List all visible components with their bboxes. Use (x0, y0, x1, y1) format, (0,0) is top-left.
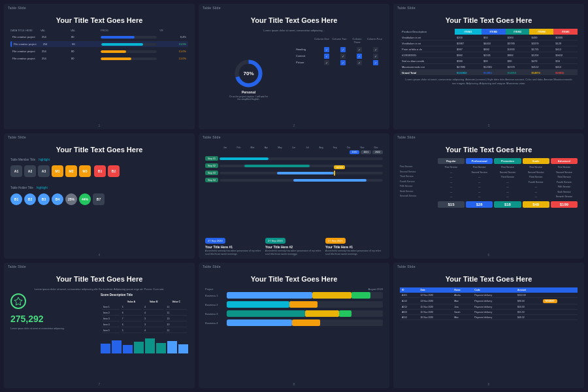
slide-9-num: 9 (488, 382, 490, 386)
slide-2-table: Column One Column Two Column Three Colum… (296, 35, 383, 125)
slide-1-content: DATA TITLE HERE VAL VAL PROG YR File cre… (10, 29, 188, 125)
mini-bar-chart (101, 337, 188, 353)
table-row: #130193931$982$2101$982$1250$9412 (400, 52, 578, 58)
table-row: Maunicommodo est$47890$12301$2378$4512$4… (400, 64, 578, 70)
slide-2-num: 2 (293, 123, 295, 127)
slide-8: Table Slide Your Title Text Goes Here Pr… (199, 263, 389, 388)
slide-1-header: DATA TITLE HERE VAL VAL PROG YR (10, 29, 188, 32)
plan-promotion: Promotion (494, 158, 521, 164)
slide-9: Table Slide Your Title Text Goes Here ID… (393, 263, 584, 388)
slide-6-content: Regular Professional Promotion Smile Adv… (400, 158, 578, 255)
slide-8-content: Business 1 Step 1 A wonderful serenity h… (205, 292, 383, 384)
slide-8-num: 8 (293, 382, 295, 386)
slide-7-desc: Lorem ipsum dolor sit amet, consectetur … (35, 287, 165, 291)
price-regular: $15 (438, 201, 465, 208)
slide-6-num: 6 (488, 253, 490, 257)
table-row: File creative project 254 80 11.5% (10, 41, 188, 47)
slide-7-content: 275,292 Lorem ipsum dolor sit amet et co… (10, 293, 188, 384)
node-a3: A3 (38, 165, 50, 177)
slide-4-title: Your Title Text Goes Here (56, 145, 143, 154)
score-table: Value A Value B Value C Item 15411 Item … (101, 299, 188, 335)
table-row: Content ✓ ✓ ✓ ✓ (296, 54, 383, 59)
price-smile: $49 (523, 201, 549, 208)
slide-7-right: Score Description Title Value A Value B … (101, 293, 188, 384)
slide-4-content: Table Member Title highlight A1 A2 A3 M1… (10, 158, 188, 255)
table-row: Item 37313 (102, 317, 187, 321)
gantt-header: JanFeb MarApr MayJun JulAug SepOct NovDe… (205, 146, 383, 149)
plan-regular: Regular (438, 158, 465, 164)
slide-2-donut-area: 70% Personal Or as the project caption. … (205, 35, 292, 125)
plan-advanced: Advanced (551, 158, 578, 164)
donut-title: Personal (242, 90, 255, 94)
slide-3-desc: Lorem ipsum dolor sit amet, consectetur … (404, 78, 573, 85)
table-row: Heading ✓ ✓ ✓ ✓ (296, 47, 383, 52)
slide-6: Table Slide Your Title Text Goes Here Re… (393, 133, 584, 259)
service-row: Third Service — — Third Service Third Se… (400, 175, 578, 179)
node-a2: A2 (24, 165, 36, 177)
plan-smile: Smile (523, 158, 549, 164)
milestone-3: 27 Sep 2020 Your Title Here #1 A wonderf… (325, 233, 383, 256)
price-row: $15 $28 $18 $49 $199 (400, 201, 578, 208)
slide-9-label: Table Slide (397, 265, 416, 269)
slide-7-desc2: Lorem ipsum dolor sit amet et consectetu… (10, 327, 98, 331)
service-row: Second Service — Second Service Second S… (400, 171, 578, 174)
slide-9-title: Your Title Text Goes Here (446, 274, 532, 284)
row2-label: Table Holder Title highlight (10, 186, 188, 189)
business-row-3: Business 3 (205, 310, 383, 317)
slide-6-title: Your Title Text Goes Here (446, 145, 532, 154)
node-b3c: B3 (38, 193, 50, 205)
gantt-section: JanFeb MarApr MayJun JulAug SepOct NovDe… (205, 146, 383, 233)
table-row: File creative project 254 80 6.4% (10, 34, 188, 40)
node-b7: B7 (93, 193, 105, 205)
slide-1-label: Table Slide (8, 6, 26, 10)
table-row: Vestibulum in mi$3987$4410$3789$3379$129 (400, 41, 578, 46)
gantt-step-1: Step 01 (205, 156, 383, 161)
slide-4-label: Table Slide (8, 135, 26, 139)
table-row: Item 46310 (102, 323, 187, 327)
service-row: Fifth Service — — — — Fifth Service (400, 185, 578, 189)
big-number: 275,292 (10, 314, 98, 324)
price-advanced: $199 (551, 201, 578, 208)
table-row: A02215 Nov 2020 SarahPayment delivery $5… (400, 310, 578, 315)
node-m3: M3 (79, 165, 91, 177)
slide-7-left: 275,292 Lorem ipsum dolor sit amet et co… (10, 293, 98, 384)
table-row: Item 55411 (102, 329, 187, 333)
price-professional: $28 (466, 201, 493, 208)
donut-pct: 70% (243, 71, 253, 76)
gantt-step-3: Step 03 highlight (205, 171, 383, 175)
stats-icon (10, 293, 26, 309)
gantt-step-2: Step 02 (205, 163, 383, 168)
table-row: Item 15411 (102, 305, 187, 310)
table-row: A31216 Nov 2020 MaxPayment delivery $46.… (400, 315, 578, 320)
table-row: File creative project 254 80 11.0% (10, 48, 188, 54)
slide-3-label: Table Slide (397, 6, 416, 10)
donut-sub: Or as the project caption. I will wait f… (229, 95, 268, 102)
score-title: Score Description Title (101, 293, 188, 297)
slide-grid: Table Slide Your Title Text Goes Here DA… (0, 0, 588, 392)
slide-5: Table Slide JanFeb MarApr MayJun JulAug … (199, 133, 389, 259)
slide-2-content: 70% Personal Or as the project caption. … (205, 35, 383, 125)
slide-1: Table Slide Your Title Text Goes Here DA… (4, 4, 195, 129)
slide-1-num: 1 (99, 123, 101, 127)
node-b2: B2 (108, 165, 120, 177)
slide-4: Table Slide Your Title Text Goes Here Ta… (4, 133, 195, 259)
slide-9-table: ID Date Name Code Amount A10112 Nov 2020… (400, 287, 578, 320)
node-44: 44% (79, 193, 91, 205)
slide-8-label: Table Slide (203, 265, 221, 269)
node-a1: A1 (10, 165, 22, 177)
row1-label: Table Member Title highlight (10, 158, 188, 161)
slide-8-title: Your Title Text Goes Here (251, 274, 338, 284)
slide-2-label: Table Slide (203, 6, 221, 10)
service-row: Seventh Service — — — — Seventh Service (400, 195, 578, 199)
slide-3: Table Slide Your Title Text Goes Here Pr… (393, 4, 584, 129)
business-row-1: Business 1 Step 1 A wonderful serenity h… (205, 292, 383, 299)
slide-4-num: 4 (99, 253, 101, 257)
slide-1-title: Your Title Text Goes Here (56, 16, 143, 25)
node-row-2: B1 B2 B3 B4 25% 44% B7 (10, 193, 188, 205)
table-row: Item 26411 (102, 311, 187, 316)
service-row: First Service First Service First Servic… (400, 165, 578, 169)
gantt-step-4: Step 04 (205, 178, 383, 182)
chart-header: Project August 2020 (205, 287, 383, 291)
service-row: Sixth Service — — — — Sixth Service (400, 190, 578, 194)
slide-7-num: 7 (99, 382, 101, 386)
